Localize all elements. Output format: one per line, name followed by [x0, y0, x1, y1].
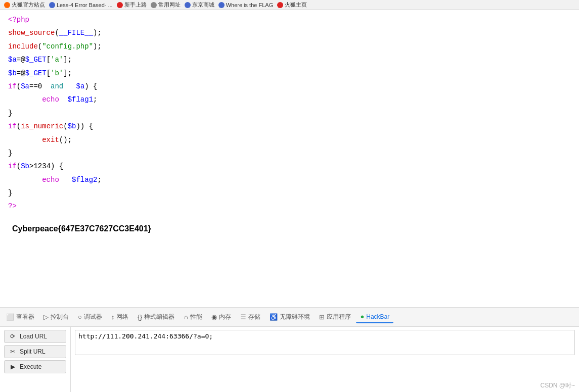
devtools-tab-application[interactable]: ⊞ 应用程序 — [315, 311, 355, 323]
devtools-tab-performance[interactable]: ∩ 性能 — [180, 311, 206, 323]
devtools-tab-inspector[interactable]: ⬜ 查看器 — [2, 311, 38, 323]
execute-button[interactable]: ▶ Execute — [4, 360, 66, 373]
bookmark-xinshou[interactable]: 新手上路 — [117, 1, 147, 9]
devtools-tab-debugger[interactable]: ○ 调试器 — [74, 311, 106, 323]
console-icon: ▷ — [43, 313, 49, 321]
code-line-4: $a=@$_GET['a']; — [8, 54, 571, 65]
bookmark-flag[interactable]: Where is the FLAG — [218, 2, 274, 8]
code-line-13: echo $flag2; — [8, 174, 571, 185]
code-line-11: } — [8, 148, 571, 159]
devtools-tab-storage[interactable]: ☰ 存储 — [236, 311, 264, 323]
code-display: <?php show_source(__FILE__); include("co… — [0, 10, 579, 313]
devtools-tab-hackbar[interactable]: ● HackBar — [356, 311, 393, 323]
code-line-10: exit(); — [8, 134, 571, 145]
devtools-tab-memory[interactable]: ◉ 内存 — [207, 311, 235, 323]
flag-output: Cyberpeace{647E37C7627CC3E401} — [12, 222, 571, 235]
code-line-9: if(is_numeric($b)) { — [8, 121, 571, 132]
performance-icon: ∩ — [184, 313, 188, 321]
inspector-icon: ⬜ — [6, 313, 14, 321]
devtools-tab-style-editor[interactable]: {} 样式编辑器 — [133, 311, 179, 323]
code-line-12: if($b>1234) { — [8, 161, 571, 172]
accessibility-icon: ♿ — [270, 313, 278, 321]
application-icon: ⊞ — [319, 313, 325, 321]
code-line-2: show_source(__FILE__); — [8, 27, 571, 38]
code-line-7: echo $flag1; — [8, 94, 571, 105]
code-line-15: ?> — [8, 201, 571, 212]
devtools-toolbar: ⬜ 查看器 ▷ 控制台 ○ 调试器 ↕ 网络 {} 样式编辑器 ∩ 性能 ◉ 内… — [0, 307, 579, 326]
storage-icon: ☰ — [240, 313, 246, 321]
bookmark-icon-6 — [218, 2, 225, 8]
bookmark-icon-2 — [49, 2, 55, 8]
debugger-icon: ○ — [78, 313, 82, 321]
bookmark-icon-4 — [151, 2, 157, 8]
code-line-5: $b=@$_GET['b']; — [8, 68, 571, 79]
devtools-tab-accessibility[interactable]: ♿ 无障碍环境 — [265, 311, 314, 323]
csdn-watermark: CSDN @时~ — [540, 381, 575, 390]
memory-icon: ◉ — [211, 313, 217, 321]
code-line-8: } — [8, 108, 571, 119]
code-line-1: <?php — [8, 14, 571, 25]
bookmark-icon-3 — [117, 2, 123, 8]
bookmark-icon-5 — [185, 2, 191, 8]
hackbar-url-input[interactable] — [75, 330, 575, 355]
bookmark-changyong[interactable]: 常用网址 — [151, 1, 181, 9]
load-url-button[interactable]: ⟳ Load URL — [4, 330, 66, 343]
hackbar-buttons-panel: ⟳ Load URL ✂ Split URL ▶ Execute — [0, 327, 71, 392]
bookmark-less4[interactable]: Less-4 Error Based- ... — [49, 2, 113, 8]
devtools-tab-network[interactable]: ↕ 网络 — [107, 311, 133, 323]
execute-icon: ▶ — [9, 363, 17, 371]
bookmark-icon-1 — [4, 2, 10, 8]
hackbar-input-area — [71, 327, 579, 392]
load-url-icon: ⟳ — [9, 332, 17, 340]
bookmark-homepage[interactable]: 火狐主页 — [277, 1, 307, 9]
bookmark-huhu[interactable]: 火狐官方站点 — [4, 1, 45, 9]
devtools-tab-console[interactable]: ▷ 控制台 — [39, 311, 73, 323]
bookmarks-bar: 火狐官方站点 Less-4 Error Based- ... 新手上路 常用网址… — [0, 0, 579, 10]
hackbar-icon: ● — [360, 313, 364, 320]
style-editor-icon: {} — [138, 313, 142, 321]
bookmark-icon-7 — [277, 2, 283, 8]
code-line-6: if($a==0 and $a) { — [8, 81, 571, 92]
code-line-3: include("config.php"); — [8, 41, 571, 52]
bookmark-dongjing[interactable]: 东京商城 — [185, 1, 214, 9]
hackbar-main-row: ⟳ Load URL ✂ Split URL ▶ Execute — [0, 327, 579, 392]
split-url-icon: ✂ — [9, 348, 17, 356]
network-icon: ↕ — [111, 313, 115, 321]
hackbar-panel: ⟳ Load URL ✂ Split URL ▶ Execute — [0, 326, 579, 392]
split-url-button[interactable]: ✂ Split URL — [4, 345, 66, 358]
code-line-14: } — [8, 187, 571, 199]
